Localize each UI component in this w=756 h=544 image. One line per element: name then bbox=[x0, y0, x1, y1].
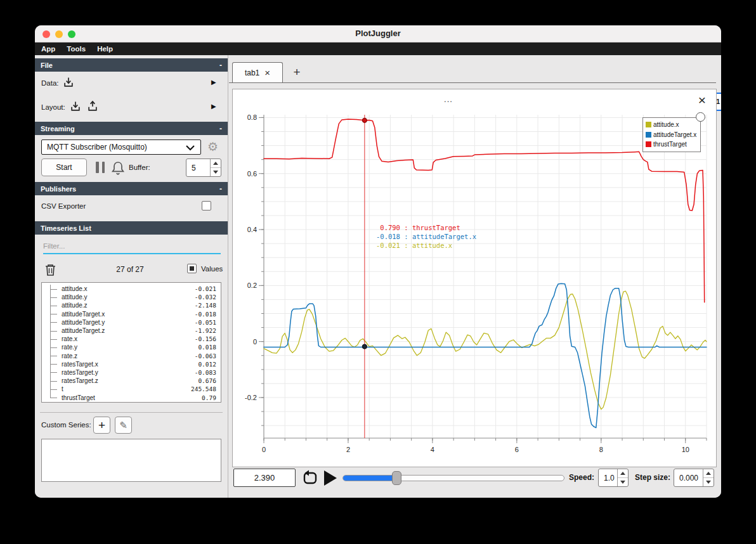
tab-close-icon[interactable]: × bbox=[264, 68, 270, 77]
pause-icon[interactable] bbox=[96, 162, 105, 173]
timeseries-name[interactable]: t bbox=[62, 385, 63, 392]
timeseries-section-header[interactable]: Timeseries List bbox=[35, 221, 228, 235]
timeseries-name[interactable]: ratesTarget.z bbox=[62, 377, 98, 384]
tooltip-line: -0.021 : attitude.x bbox=[376, 241, 476, 250]
streaming-source-value: MQTT Subscriber (Mosquitto) bbox=[47, 143, 147, 152]
current-time-field[interactable] bbox=[233, 469, 296, 487]
timeseries-row[interactable]: t245.548 bbox=[42, 385, 221, 393]
menu-help[interactable]: Help bbox=[97, 45, 113, 53]
legend-color-swatch bbox=[646, 122, 651, 127]
slider-handle[interactable] bbox=[392, 471, 401, 485]
timeseries-name[interactable]: ratesTarget.x bbox=[62, 361, 98, 368]
legend-entry[interactable]: attitudeTarget.x bbox=[646, 130, 698, 140]
timeseries-row[interactable]: rate.x-0.156 bbox=[42, 335, 221, 343]
timeseries-row[interactable]: rate.z-0.063 bbox=[42, 352, 221, 360]
publishers-section-header[interactable]: Publishers - bbox=[35, 182, 228, 195]
timeseries-name[interactable]: attitude.y bbox=[62, 294, 88, 301]
timeseries-name[interactable]: attitudeTarget.x bbox=[62, 311, 105, 318]
timeline-slider[interactable] bbox=[342, 475, 564, 481]
buffer-value: 5 bbox=[186, 159, 210, 176]
buffer-label: Buffer: bbox=[129, 164, 150, 171]
notifications-bell-icon[interactable] bbox=[111, 160, 125, 176]
timeseries-name[interactable]: attitude.z bbox=[62, 302, 88, 309]
add-tab-button[interactable]: + bbox=[289, 64, 305, 81]
window-title: PlotJuggler bbox=[35, 29, 721, 38]
step-spin-up[interactable] bbox=[703, 469, 714, 478]
loop-icon[interactable] bbox=[301, 469, 319, 487]
custom-series-list[interactable] bbox=[41, 439, 221, 482]
start-streaming-button[interactable]: Start bbox=[41, 159, 87, 176]
svg-text:0.4: 0.4 bbox=[247, 226, 257, 233]
timeseries-name[interactable]: rate.x bbox=[62, 335, 77, 342]
timeseries-row[interactable]: attitude.y-0.032 bbox=[42, 293, 221, 301]
start-button-label: Start bbox=[56, 163, 72, 172]
timeseries-row[interactable]: ratesTarget.x0.012 bbox=[42, 360, 221, 368]
plot-close-icon[interactable]: × bbox=[698, 93, 706, 107]
timeseries-row[interactable]: thrustTarget0.79 bbox=[42, 393, 221, 401]
plot-legend[interactable]: attitude.xattitudeTarget.xthrustTarget bbox=[642, 117, 701, 152]
save-layout-icon[interactable] bbox=[86, 100, 100, 113]
timeseries-filter-input[interactable] bbox=[43, 239, 221, 254]
file-collapse-button[interactable]: - bbox=[219, 61, 222, 70]
menu-tools[interactable]: Tools bbox=[67, 45, 86, 53]
streaming-source-select[interactable]: MQTT Subscriber (Mosquitto) bbox=[41, 139, 201, 155]
file-section-header[interactable]: File - bbox=[35, 58, 228, 72]
timeseries-row[interactable]: attitudeTarget.x-0.018 bbox=[42, 310, 221, 318]
csv-exporter-label: CSV Exporter bbox=[41, 202, 86, 210]
step-spin-down[interactable] bbox=[703, 478, 714, 486]
timeseries-row[interactable]: rate.y0.018 bbox=[42, 343, 221, 351]
timeseries-list[interactable]: attitude.x-0.021attitude.y-0.032attitude… bbox=[41, 282, 221, 403]
timeseries-name[interactable]: rate.z bbox=[62, 353, 77, 359]
timeseries-name[interactable]: attitude.x bbox=[62, 285, 88, 292]
legend-label: thrustTarget bbox=[653, 141, 687, 148]
plotjuggler-window: PlotJuggler App Tools Help File - Data: … bbox=[35, 25, 721, 498]
timeseries-name[interactable]: rate.y bbox=[62, 344, 77, 351]
legend-entry[interactable]: thrustTarget bbox=[646, 139, 698, 150]
timeseries-name[interactable]: attitudeTarget.z bbox=[62, 327, 105, 334]
step-size-spinbox[interactable]: 0.000 bbox=[674, 469, 714, 487]
load-layout-icon[interactable] bbox=[68, 100, 82, 113]
tab-bar-line bbox=[229, 82, 716, 83]
legend-entry[interactable]: attitude.x bbox=[646, 120, 698, 130]
plot-title[interactable]: ... bbox=[423, 94, 474, 104]
delete-trash-icon[interactable] bbox=[44, 263, 56, 276]
speed-spinbox[interactable]: 1.0 bbox=[598, 469, 629, 487]
timeseries-row[interactable]: ratesTarget.y-0.083 bbox=[42, 368, 221, 377]
buffer-spinbox[interactable]: 5 bbox=[186, 159, 221, 177]
timeseries-row[interactable]: attitudeTarget.y-0.051 bbox=[42, 318, 221, 327]
timeseries-name[interactable]: attitudeTarget.y bbox=[62, 319, 105, 326]
values-checkbox[interactable] bbox=[187, 264, 197, 273]
menu-app[interactable]: App bbox=[41, 45, 55, 53]
add-custom-series-button[interactable]: + bbox=[93, 417, 110, 434]
timeseries-name[interactable]: thrustTarget bbox=[62, 394, 95, 401]
timeseries-row[interactable]: attitudeTarget.z-1.922 bbox=[42, 327, 221, 335]
svg-text:2: 2 bbox=[346, 446, 350, 453]
legend-color-swatch bbox=[646, 132, 651, 138]
buffer-spin-down[interactable] bbox=[211, 168, 221, 176]
timeseries-name[interactable]: ratesTarget.y bbox=[62, 369, 98, 376]
svg-text:0.2: 0.2 bbox=[247, 282, 257, 289]
timeseries-value: 0.676 bbox=[198, 377, 216, 384]
legend-handle-circle[interactable] bbox=[696, 112, 705, 122]
load-data-icon[interactable] bbox=[62, 76, 75, 89]
speed-spin-up[interactable] bbox=[618, 469, 628, 478]
publishers-collapse-button[interactable]: - bbox=[219, 185, 222, 193]
csv-exporter-checkbox[interactable] bbox=[202, 201, 211, 210]
play-button[interactable] bbox=[324, 470, 337, 486]
plot-panel[interactable]: ... × 0.80.60.40.20-0.20246810 0.790 : t… bbox=[232, 89, 717, 467]
timeseries-value: -0.051 bbox=[195, 319, 216, 326]
timeseries-row[interactable]: attitude.z-2.148 bbox=[42, 301, 221, 309]
streaming-settings-gear-icon[interactable]: ⚙ bbox=[207, 139, 218, 153]
tab-tab1[interactable]: tab1 × bbox=[232, 62, 283, 82]
timeseries-row[interactable]: ratesTarget.z0.676 bbox=[42, 377, 221, 385]
edit-custom-series-button[interactable]: ✎ bbox=[115, 417, 132, 434]
timeseries-row[interactable]: attitude.x-0.021 bbox=[42, 285, 221, 293]
buffer-spin-up[interactable] bbox=[211, 159, 221, 168]
title-bar: PlotJuggler bbox=[35, 25, 721, 42]
speed-spin-down[interactable] bbox=[618, 478, 628, 486]
data-expand-arrow[interactable]: ▶ bbox=[211, 79, 216, 86]
streaming-collapse-button[interactable]: - bbox=[219, 124, 222, 133]
layout-expand-arrow[interactable]: ▶ bbox=[211, 103, 216, 110]
streaming-section-title: Streaming bbox=[41, 125, 75, 133]
streaming-section-header[interactable]: Streaming - bbox=[35, 122, 228, 135]
